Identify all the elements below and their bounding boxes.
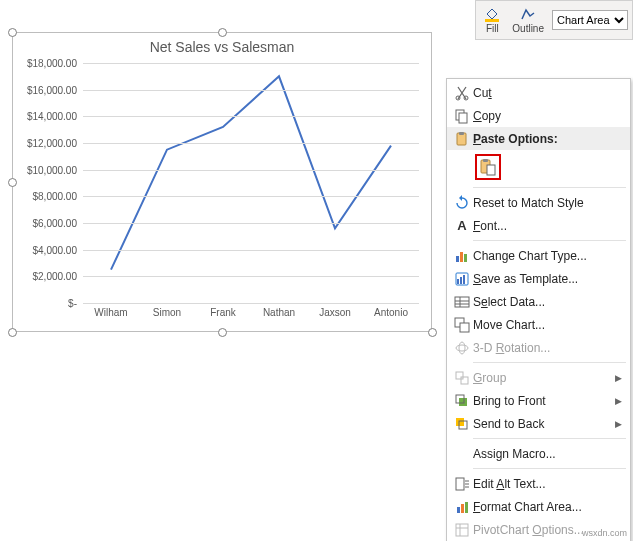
menu-font[interactable]: A Font... (447, 214, 630, 237)
gridline (83, 143, 419, 144)
reset-icon (454, 195, 470, 211)
y-tick-label: $16,000.00 (27, 84, 77, 95)
x-tick-label: Jaxson (319, 307, 351, 318)
y-tick-label: $12,000.00 (27, 138, 77, 149)
menu-reset-match-style[interactable]: Reset to Match Style (447, 191, 630, 214)
submenu-arrow-icon: ▶ (615, 419, 622, 429)
ribbon-format-fragment: Fill Outline Chart Area (475, 0, 633, 40)
pivot-options-icon (454, 522, 470, 538)
paste-default-highlight (475, 154, 501, 180)
font-icon: A (454, 218, 470, 234)
chart-type-icon (454, 248, 470, 264)
select-data-icon (454, 294, 470, 310)
svg-rect-16 (463, 275, 465, 284)
menu-paste-option-default[interactable] (447, 150, 630, 184)
chart-object[interactable]: Net Sales vs Salesman $-$2,000.00$4,000.… (12, 32, 432, 332)
paste-clipboard-icon (479, 158, 497, 176)
cut-icon (454, 85, 470, 101)
svg-rect-0 (485, 19, 499, 22)
y-tick-label: $2,000.00 (33, 271, 78, 282)
y-tick-label: $6,000.00 (33, 218, 78, 229)
y-tick-label: $8,000.00 (33, 191, 78, 202)
outline-control[interactable]: Outline (508, 6, 548, 34)
y-tick-label: $4,000.00 (33, 244, 78, 255)
gridline (83, 63, 419, 64)
svg-rect-12 (464, 254, 467, 262)
svg-rect-9 (487, 165, 495, 175)
menu-assign-macro[interactable]: Assign Macro... (447, 442, 630, 465)
menu-separator (473, 362, 626, 363)
copy-icon (454, 108, 470, 124)
svg-rect-6 (459, 132, 464, 135)
menu-format-chart-area[interactable]: Format Chart Area... (447, 495, 630, 518)
svg-rect-38 (456, 524, 468, 536)
save-template-icon (454, 271, 470, 287)
menu-save-template[interactable]: Save as Template... (447, 267, 630, 290)
menu-change-chart-type[interactable]: Change Chart Type... (447, 244, 630, 267)
svg-rect-26 (461, 377, 468, 384)
bring-front-icon (454, 393, 470, 409)
gridline (83, 170, 419, 171)
svg-rect-22 (460, 323, 469, 332)
fill-label: Fill (486, 23, 499, 34)
svg-rect-31 (456, 478, 464, 490)
gridline (83, 303, 419, 304)
menu-cut[interactable]: Cut (447, 81, 630, 104)
selection-handle[interactable] (428, 328, 437, 337)
menu-edit-alt-text[interactable]: Edit Alt Text... (447, 472, 630, 495)
menu-3d-rotation: 3-D Rotation... (447, 336, 630, 359)
watermark: wsxdn.com (582, 528, 627, 538)
menu-separator (473, 187, 626, 188)
svg-rect-35 (457, 507, 460, 513)
y-tick-label: $10,000.00 (27, 164, 77, 175)
x-tick-label: Antonio (374, 307, 408, 318)
outline-label: Outline (512, 23, 544, 34)
selection-handle[interactable] (8, 328, 17, 337)
x-tick-label: Simon (153, 307, 181, 318)
menu-group: Group ▶ (447, 366, 630, 389)
menu-bring-to-front[interactable]: Bring to Front ▶ (447, 389, 630, 412)
y-tick-label: $18,000.00 (27, 58, 77, 69)
chart-element-selector[interactable]: Chart Area (552, 10, 628, 30)
y-tick-label: $14,000.00 (27, 111, 77, 122)
fill-icon (484, 6, 500, 22)
outline-icon (520, 6, 536, 22)
menu-separator (473, 240, 626, 241)
alt-text-icon (454, 476, 470, 492)
menu-select-data[interactable]: Select Data... (447, 290, 630, 313)
svg-rect-10 (456, 256, 459, 262)
submenu-arrow-icon: ▶ (615, 373, 622, 383)
rotation3d-icon (454, 340, 470, 356)
svg-rect-8 (483, 159, 488, 162)
selection-handle[interactable] (8, 28, 17, 37)
fill-control[interactable]: Fill (480, 6, 504, 34)
svg-rect-14 (457, 279, 459, 284)
selection-handle[interactable] (218, 328, 227, 337)
menu-move-chart[interactable]: Move Chart... (447, 313, 630, 336)
menu-copy[interactable]: Copy (447, 104, 630, 127)
paste-icon (454, 131, 470, 147)
menu-separator (473, 468, 626, 469)
send-back-icon (454, 416, 470, 432)
selection-handle[interactable] (8, 178, 17, 187)
x-tick-label: Nathan (263, 307, 295, 318)
svg-rect-25 (456, 372, 463, 379)
menu-send-to-back[interactable]: Send to Back ▶ (447, 412, 630, 435)
menu-separator (473, 438, 626, 439)
menu-paste-options-header: Paste Options: (447, 127, 630, 150)
selection-handle[interactable] (218, 28, 227, 37)
x-tick-label: Wilham (94, 307, 127, 318)
svg-rect-37 (465, 502, 468, 513)
plot-area[interactable]: $-$2,000.00$4,000.00$6,000.00$8,000.00$1… (83, 63, 419, 303)
gridline (83, 196, 419, 197)
group-icon (454, 370, 470, 386)
chart-context-menu: Cut Copy Paste Options: Reset to Match S… (446, 78, 631, 541)
move-chart-icon (454, 317, 470, 333)
gridline (83, 276, 419, 277)
svg-rect-27 (459, 398, 467, 406)
svg-rect-4 (459, 113, 467, 123)
gridline (83, 223, 419, 224)
y-tick-label: $- (68, 298, 77, 309)
gridline (83, 116, 419, 117)
svg-rect-15 (460, 277, 462, 284)
